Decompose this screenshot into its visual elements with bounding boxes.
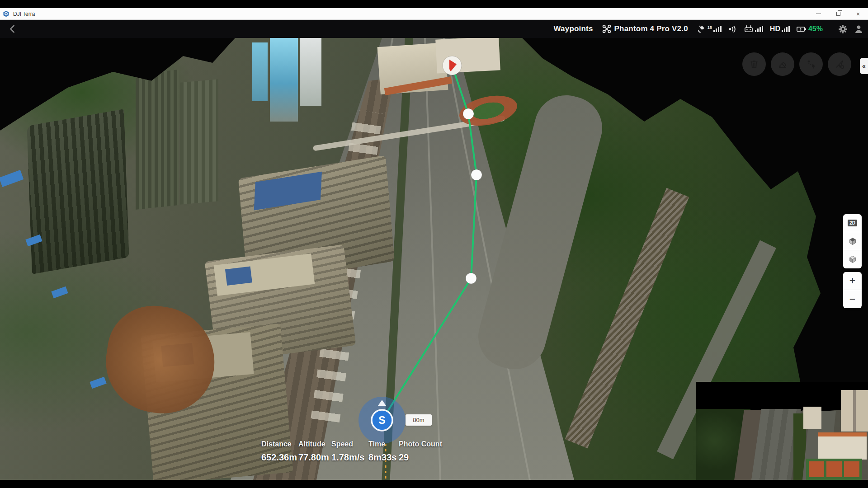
waypoint-marker[interactable]	[466, 273, 476, 284]
route-points-icon	[806, 59, 816, 70]
aircraft-name: Phantom 4 Pro V2.0	[614, 24, 688, 33]
stat-distance: Distance 652.36m	[261, 440, 297, 463]
user-profile-icon[interactable]	[854, 24, 863, 34]
restore-button[interactable]	[828, 8, 848, 19]
gps-signal-bars	[713, 26, 722, 33]
start-point-label: S	[378, 414, 385, 426]
view-model-button[interactable]	[843, 250, 862, 268]
waypoint-altitude-label: 80m	[406, 414, 432, 426]
plus-icon: +	[849, 276, 855, 286]
app-logo-icon	[3, 10, 9, 17]
titlebar: DJI Terra ×	[0, 8, 868, 20]
minimize-button[interactable]	[808, 8, 828, 19]
waypoint-marker[interactable]	[471, 169, 482, 180]
collapse-panel-tab[interactable]: «	[860, 58, 868, 74]
stat-speed: Speed 1.78m/s	[331, 440, 364, 463]
minimap-sports-courts	[806, 459, 862, 480]
cube-open-icon	[848, 236, 858, 246]
aircraft-selector[interactable]: Phantom 4 Pro V2.0	[602, 24, 688, 33]
delete-waypoint-button[interactable]	[742, 52, 766, 76]
navigation-arrow-icon	[834, 59, 845, 70]
view-2d-button[interactable]: 2D	[843, 214, 862, 232]
battery-status: 45%	[797, 25, 823, 33]
top-toolbar: Waypoints Phantom 4 Pro V2.0	[0, 20, 868, 38]
gps-satellite-count: 15	[708, 25, 712, 30]
top-black-strip	[0, 0, 868, 8]
hd-label: HD	[770, 25, 780, 33]
hd-status: HD	[770, 25, 790, 33]
2d-badge: 2D	[848, 220, 857, 226]
minimize-icon	[816, 14, 821, 14]
route-points-button[interactable]	[799, 52, 823, 76]
app-title: DJI Terra	[13, 11, 35, 17]
back-chevron-icon	[8, 24, 18, 34]
zoom-in-button[interactable]: +	[843, 272, 862, 290]
restore-icon	[836, 12, 840, 16]
erase-route-button[interactable]	[771, 52, 794, 76]
close-button[interactable]: ×	[848, 8, 868, 19]
view-3d-button[interactable]	[843, 232, 862, 250]
settings-gear-icon[interactable]	[838, 24, 848, 34]
orient-route-button[interactable]	[828, 52, 851, 76]
minus-icon: −	[849, 294, 855, 305]
minimap-building	[803, 407, 821, 429]
battery-icon	[797, 26, 807, 33]
rc-signal-bars	[755, 26, 763, 33]
drone-icon	[602, 24, 611, 33]
view-mode-panel: 2D	[843, 214, 862, 268]
minimap-towers	[841, 390, 868, 432]
zoom-panel: + −	[843, 272, 862, 308]
map-tools	[742, 52, 851, 76]
rc-status	[744, 25, 763, 33]
stat-altitude: Altitude 77.80m	[298, 440, 329, 463]
flight-path-line	[382, 66, 476, 420]
waypoint-marker[interactable]	[463, 108, 474, 119]
radio-signal-icon	[728, 25, 737, 33]
back-button[interactable]	[0, 20, 25, 38]
mission-type-label[interactable]: Waypoints	[553, 24, 593, 33]
stat-time: Time 8m33s	[368, 440, 396, 463]
camera-preview-minimap[interactable]	[696, 382, 868, 480]
trash-icon	[749, 59, 760, 70]
map-3d-viewport[interactable]: S 80m	[0, 38, 868, 480]
stat-photo-count: Photo Count 29	[399, 440, 442, 463]
minimap-building	[818, 432, 867, 460]
remote-controller-icon	[744, 25, 754, 33]
bottom-black-strip	[0, 480, 868, 488]
eraser-icon	[777, 59, 788, 70]
battery-percent: 45%	[808, 25, 823, 33]
gps-status: 15	[697, 25, 722, 33]
cube-solid-icon	[848, 254, 858, 264]
hd-signal-bars	[782, 26, 790, 33]
satellite-icon	[697, 25, 706, 33]
zoom-out-button[interactable]: −	[843, 290, 862, 308]
